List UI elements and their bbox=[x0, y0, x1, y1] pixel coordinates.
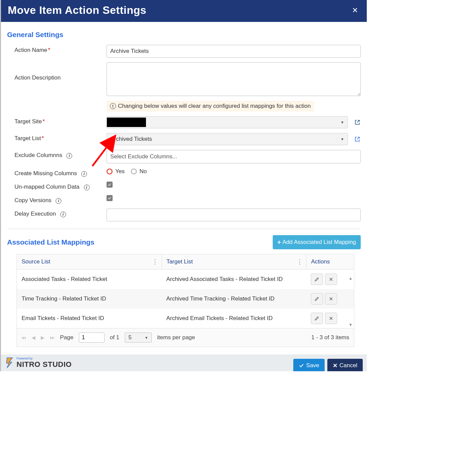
radio-dot-icon bbox=[131, 168, 137, 175]
label-text: Create Missing Columns bbox=[14, 170, 77, 177]
label-copy-versions: Copy Versions i bbox=[7, 195, 107, 204]
logo-text: Powered by NITRO STUDIO bbox=[17, 357, 72, 369]
label-target-site: Target Site* bbox=[7, 116, 107, 125]
scroll-down-icon[interactable]: ▼ bbox=[349, 322, 353, 327]
label-text: Target Site bbox=[14, 118, 42, 125]
warning-text: Changing below values will clear any con… bbox=[118, 103, 311, 109]
edit-row-button[interactable] bbox=[311, 293, 323, 305]
delay-execution-input[interactable] bbox=[107, 209, 361, 221]
required-marker: * bbox=[48, 47, 50, 53]
radio-no[interactable]: No bbox=[131, 168, 147, 175]
redacted-value bbox=[107, 118, 146, 127]
row-unmapped: Un-mapped Column Data i bbox=[7, 182, 361, 190]
close-icon[interactable]: ✕ bbox=[350, 5, 360, 16]
page-label: Page bbox=[60, 334, 73, 341]
label-text: Un-mapped Column Data bbox=[14, 184, 80, 190]
row-warning: ! Changing below values will clear any c… bbox=[7, 101, 361, 112]
add-mapping-label: Add Associated List Mapping bbox=[282, 239, 356, 246]
label-unmapped: Un-mapped Column Data i bbox=[7, 182, 107, 190]
modal-header: Move Item Action Settings ✕ bbox=[1, 0, 367, 22]
logo-icon bbox=[5, 357, 14, 369]
row-exclude-columns: Exclude Columnns i Select Exclude Column… bbox=[7, 150, 361, 163]
page-size-value: 5 bbox=[128, 334, 131, 341]
divider bbox=[7, 229, 361, 229]
col-label: Target List bbox=[167, 258, 193, 265]
required-marker: * bbox=[42, 118, 45, 125]
info-icon[interactable]: i bbox=[66, 153, 72, 159]
pager-next-icon[interactable]: ▶ bbox=[41, 335, 44, 340]
column-header-source[interactable]: Source List ⋮ bbox=[17, 254, 161, 270]
row-create-missing: Create Missing Columns i Yes No bbox=[7, 168, 361, 177]
table-row: Time Tracking - Related Ticket IDArchive… bbox=[17, 289, 354, 309]
column-menu-icon[interactable]: ⋮ bbox=[152, 258, 158, 265]
brand-name: NITRO STUDIO bbox=[17, 360, 72, 369]
target-site-dropdown[interactable]: ▼ bbox=[107, 116, 348, 128]
pager-last-icon[interactable]: ⏭ bbox=[50, 335, 55, 340]
cell-target: Archived Time Tracking - Related Ticket … bbox=[161, 289, 306, 309]
pager: ⏮ ◀ ▶ ⏭ Page of 1 5 ▼ items per page 1 -… bbox=[17, 328, 354, 347]
plus-icon: + bbox=[277, 239, 281, 246]
cell-actions bbox=[306, 270, 354, 289]
label-create-missing: Create Missing Columns i bbox=[7, 168, 107, 177]
exclude-columns-multiselect[interactable]: Select Exclude Columns... bbox=[107, 150, 361, 163]
page-number-input[interactable] bbox=[79, 332, 105, 343]
modal-body: General Settings Action Name* Action Des… bbox=[1, 22, 367, 354]
cell-actions bbox=[306, 309, 354, 328]
column-menu-icon[interactable]: ⋮ bbox=[297, 258, 303, 265]
open-list-link-icon[interactable] bbox=[354, 136, 361, 142]
save-button[interactable]: Save bbox=[293, 359, 325, 372]
label-text: Target List bbox=[14, 135, 41, 141]
mappings-grid: Source List ⋮ Target List ⋮ Actions Asso… bbox=[17, 254, 354, 347]
row-action-name: Action Name* bbox=[7, 45, 361, 58]
column-header-actions: Actions bbox=[306, 254, 354, 270]
delete-row-button[interactable] bbox=[325, 274, 337, 285]
cell-target: Archived Associated Tasks - Related Tick… bbox=[161, 270, 306, 289]
modal-dialog: Move Item Action Settings ✕ General Sett… bbox=[0, 0, 367, 371]
powered-by-label: Powered by bbox=[17, 357, 72, 360]
copy-versions-checkbox[interactable] bbox=[107, 195, 113, 201]
radio-yes[interactable]: Yes bbox=[107, 168, 125, 175]
pager-first-icon[interactable]: ⏮ bbox=[22, 335, 26, 340]
add-associated-mapping-button[interactable]: + Add Associated List Mapping bbox=[273, 235, 361, 249]
label-text: Exclude Columnns bbox=[14, 152, 62, 158]
info-icon[interactable]: i bbox=[56, 198, 61, 204]
delete-row-button[interactable] bbox=[325, 313, 337, 324]
associated-header: Associated List Mappings + Add Associate… bbox=[7, 235, 361, 249]
radio-no-label: No bbox=[140, 168, 147, 175]
chevron-down-icon: ▼ bbox=[340, 137, 344, 141]
delete-row-button[interactable] bbox=[325, 293, 337, 305]
unmapped-checkbox[interactable] bbox=[107, 182, 113, 188]
page-size-dropdown[interactable]: 5 ▼ bbox=[125, 332, 152, 343]
row-target-list: Target List* Archived Tickets ▼ bbox=[7, 133, 361, 145]
row-copy-versions: Copy Versions i bbox=[7, 195, 361, 204]
pager-summary: 1 - 3 of 3 items bbox=[311, 334, 349, 341]
open-site-link-icon[interactable] bbox=[354, 119, 361, 126]
close-icon: ✕ bbox=[333, 362, 337, 369]
target-list-dropdown[interactable]: Archived Tickets ▼ bbox=[107, 133, 348, 145]
action-description-textarea[interactable] bbox=[107, 62, 361, 96]
label-target-list: Target List* bbox=[7, 133, 107, 142]
chevron-down-icon: ▼ bbox=[145, 336, 148, 340]
cell-source: Associated Tasks - Related Ticket bbox=[17, 270, 161, 289]
edit-row-button[interactable] bbox=[311, 313, 323, 324]
cancel-label: Cancel bbox=[339, 362, 357, 369]
info-icon[interactable]: i bbox=[84, 185, 90, 190]
cell-actions bbox=[306, 289, 354, 309]
col-label: Source List bbox=[22, 258, 50, 265]
scroll-up-icon[interactable]: ▲ bbox=[349, 276, 353, 281]
table-row: Associated Tasks - Related TicketArchive… bbox=[17, 270, 354, 289]
page-of: of 1 bbox=[110, 334, 119, 341]
section-general-settings: General Settings bbox=[7, 31, 361, 39]
info-icon[interactable]: i bbox=[81, 171, 87, 177]
edit-row-button[interactable] bbox=[311, 274, 323, 285]
pager-prev-icon[interactable]: ◀ bbox=[32, 335, 35, 340]
cell-target: Archived Email Tickets - Related Ticket … bbox=[161, 309, 306, 328]
action-name-input[interactable] bbox=[107, 45, 361, 58]
warning-banner: ! Changing below values will clear any c… bbox=[107, 101, 314, 112]
brand-logo: Powered by NITRO STUDIO bbox=[5, 357, 72, 369]
cell-source: Time Tracking - Related Ticket ID bbox=[17, 289, 161, 309]
info-icon[interactable]: i bbox=[60, 212, 66, 217]
column-header-target[interactable]: Target List ⋮ bbox=[161, 254, 306, 270]
label-action-name: Action Name* bbox=[7, 45, 107, 54]
cancel-button[interactable]: ✕ Cancel bbox=[327, 359, 363, 372]
